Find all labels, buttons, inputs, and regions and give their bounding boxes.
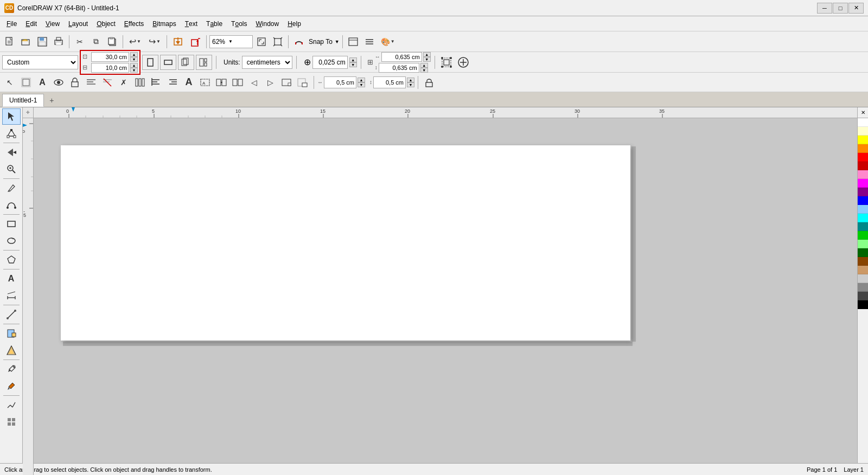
redo-button[interactable]: ↪ ▼ xyxy=(145,34,164,49)
undo-button[interactable]: ↩ ▼ xyxy=(126,34,144,49)
options-layout-button[interactable] xyxy=(362,34,377,49)
menu-text[interactable]: Text xyxy=(181,16,202,31)
color-lightyellow[interactable] xyxy=(858,127,868,136)
height-increment[interactable]: ▲ xyxy=(130,63,138,68)
color-lightgreen[interactable] xyxy=(858,240,868,248)
freehand-lines-tool[interactable] xyxy=(2,397,21,413)
zoom-fit-button[interactable] xyxy=(254,34,269,49)
height-decrement[interactable]: ▼ xyxy=(130,68,138,73)
text-big-btn[interactable]: A xyxy=(181,75,196,90)
cut-button[interactable]: ✂ xyxy=(72,34,87,49)
polygon-tool[interactable] xyxy=(2,252,21,268)
menu-view[interactable]: View xyxy=(41,16,64,31)
tab-untitled1[interactable]: Untitled-1 xyxy=(2,94,44,107)
page-preset-dropdown[interactable]: Custom Letter A4 xyxy=(2,55,78,69)
pick-tool[interactable] xyxy=(2,108,21,125)
color-darkgreen[interactable] xyxy=(858,248,868,257)
color-gray[interactable] xyxy=(858,283,868,292)
open-button[interactable] xyxy=(18,34,34,49)
node-tool[interactable] xyxy=(2,125,21,142)
zoom-dropdown[interactable]: 62% ▼ xyxy=(209,35,253,48)
bezier-tool[interactable] xyxy=(2,197,21,213)
maximize-button[interactable]: □ xyxy=(833,3,848,14)
close-button[interactable]: ✕ xyxy=(848,3,864,14)
x-input[interactable] xyxy=(381,52,422,62)
nudge-decrement[interactable]: ▼ xyxy=(349,62,357,67)
rect-tool[interactable] xyxy=(2,216,21,232)
nudge-increment[interactable]: ▲ xyxy=(349,57,357,62)
dimension-tool[interactable] xyxy=(2,287,21,304)
no-color-swatch[interactable]: ✕ xyxy=(858,107,868,118)
zoom-page-button[interactable] xyxy=(270,34,285,49)
units-dropdown[interactable]: centimeters inches millimeters pixels xyxy=(242,56,292,69)
columns-btn[interactable] xyxy=(132,75,148,90)
paste-button[interactable] xyxy=(105,34,120,49)
color-lightblue[interactable] xyxy=(858,205,868,214)
color-pink[interactable] xyxy=(858,170,868,179)
view-button[interactable] xyxy=(346,34,361,49)
export-button[interactable] xyxy=(187,34,203,49)
menu-object[interactable]: Object xyxy=(92,16,120,31)
align-right-btn[interactable] xyxy=(165,75,180,90)
no-text-btn[interactable] xyxy=(100,75,115,90)
menu-tools[interactable]: Tools xyxy=(227,16,251,31)
color-brown[interactable] xyxy=(858,257,868,266)
copy-button[interactable]: ⧉ xyxy=(88,34,104,49)
print-button[interactable] xyxy=(51,34,66,49)
color-white[interactable] xyxy=(858,118,868,127)
x-decrement[interactable]: ▼ xyxy=(423,57,431,62)
ellipse-tool[interactable] xyxy=(2,233,21,249)
add-page-icon-button[interactable] xyxy=(456,55,471,70)
page-layout-button[interactable] xyxy=(196,55,212,70)
snap-magnet-button[interactable] xyxy=(291,34,307,49)
color-darkgray[interactable] xyxy=(858,292,868,300)
align-left-btn[interactable] xyxy=(149,75,164,90)
menu-bitmaps[interactable]: Bitmaps xyxy=(148,16,180,31)
drawing-canvas[interactable] xyxy=(34,118,857,475)
color-lightgray[interactable] xyxy=(858,274,868,283)
show-hide-btn[interactable] xyxy=(51,75,66,90)
delete-text-btn[interactable]: ✗ xyxy=(116,75,131,90)
color-cyan[interactable] xyxy=(858,214,868,222)
undo-dropdown-arrow[interactable]: ▼ xyxy=(137,39,141,44)
menu-table[interactable]: Table xyxy=(202,16,227,31)
y-increment[interactable]: ▲ xyxy=(420,63,428,68)
frame-unlink-btn[interactable] xyxy=(230,75,245,90)
color-tan[interactable] xyxy=(858,266,868,274)
text-frame-btn[interactable]: A xyxy=(197,75,213,90)
minimize-button[interactable]: ─ xyxy=(817,3,832,14)
color-darkred[interactable] xyxy=(858,162,868,170)
color-yellow[interactable] xyxy=(858,136,868,144)
text-tool-btn[interactable]: A xyxy=(35,75,50,90)
redo-dropdown-arrow[interactable]: ▼ xyxy=(156,39,161,44)
text-wrap-btn[interactable] xyxy=(84,75,99,90)
new-button[interactable] xyxy=(2,34,17,49)
offset-y-decrement[interactable]: ▼ xyxy=(407,82,414,87)
offset-x-increment[interactable]: ▲ xyxy=(358,78,365,82)
menu-effects[interactable]: Effects xyxy=(120,16,148,31)
pen-tool[interactable] xyxy=(2,180,21,196)
color-teal[interactable] xyxy=(858,222,868,231)
prev-frame-btn[interactable]: ◁ xyxy=(246,75,261,90)
color-magenta[interactable] xyxy=(858,179,868,188)
frame-link-btn[interactable] xyxy=(214,75,229,90)
import-button[interactable] xyxy=(170,34,186,49)
height-input[interactable] xyxy=(91,63,129,73)
freehand-tool-btn[interactable] xyxy=(18,75,34,90)
next-frame-btn[interactable]: ▷ xyxy=(263,75,278,90)
color-dropper-tool[interactable] xyxy=(2,378,21,394)
fill-tool[interactable] xyxy=(2,325,21,342)
add-tab-button[interactable]: + xyxy=(46,95,57,106)
menu-window[interactable]: Window xyxy=(251,16,283,31)
y-decrement[interactable]: ▼ xyxy=(420,68,428,73)
menu-edit[interactable]: Edit xyxy=(21,16,41,31)
snap-dropdown-arrow[interactable]: ▼ xyxy=(335,39,340,44)
landscape-button[interactable] xyxy=(160,55,176,70)
nudge-input[interactable] xyxy=(312,56,348,69)
offset-x-decrement[interactable]: ▼ xyxy=(358,82,365,87)
color-purple[interactable] xyxy=(858,188,868,196)
text-overflow-btn[interactable] xyxy=(295,75,310,90)
color-blue[interactable] xyxy=(858,196,868,205)
width-increment[interactable]: ▲ xyxy=(130,52,138,57)
color-black[interactable] xyxy=(858,300,868,309)
